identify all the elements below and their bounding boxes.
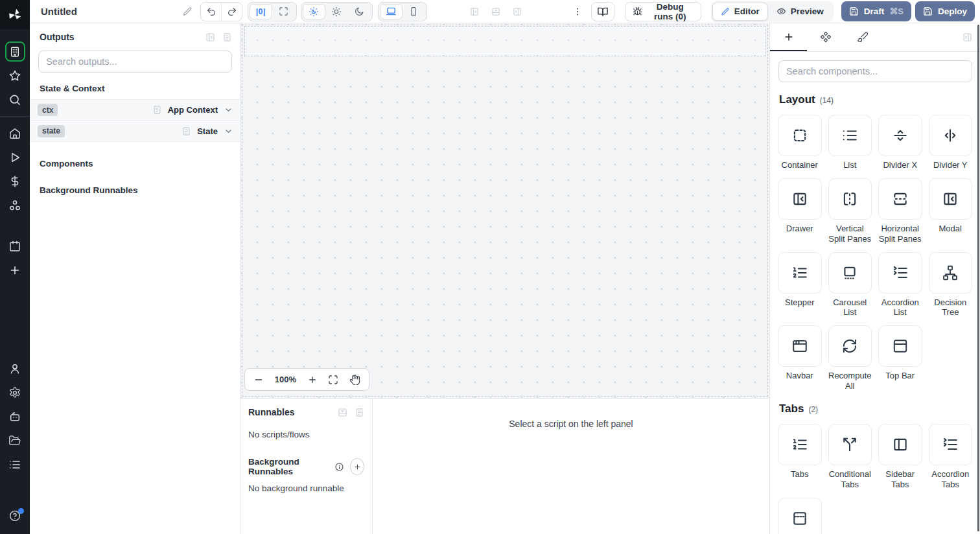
doc-icon	[355, 408, 364, 417]
theme-dark-button[interactable]	[348, 4, 371, 19]
desktop-view-button[interactable]	[380, 4, 402, 19]
component-card-sidebar-tabs[interactable]	[878, 424, 922, 465]
toggle-right-panel-button[interactable]	[513, 7, 522, 16]
tab-insert-component[interactable]	[770, 23, 807, 51]
deploy-button[interactable]: Deploy	[915, 1, 975, 21]
collapse-runnables-button[interactable]	[338, 408, 347, 417]
component-card-horizontal-split-panes[interactable]	[878, 178, 922, 220]
sidebar-item-apps[interactable]	[0, 40, 30, 64]
runs-icon	[8, 151, 21, 164]
fit-view-button[interactable]	[328, 375, 338, 385]
settings-icon	[8, 386, 21, 399]
zoom-out-button[interactable]	[253, 375, 264, 385]
deploy-label: Deploy	[938, 6, 967, 16]
output-row-ctx[interactable]: ctxApp Context	[30, 99, 240, 121]
expand-canvas-button[interactable]	[272, 4, 295, 19]
sidebar-item-workspace-folder[interactable]	[0, 428, 30, 452]
moon-icon	[354, 6, 364, 17]
component-card-invisible-tabs-icon[interactable]	[778, 498, 822, 534]
debug-runs-button[interactable]: Debug runs (0)	[625, 2, 701, 21]
add-icon	[8, 264, 21, 277]
component-card-divider-x[interactable]	[878, 115, 922, 156]
component-label: Accordion List	[878, 297, 922, 318]
undo-button[interactable]	[201, 3, 221, 21]
toggle-left-panel-button[interactable]	[470, 7, 479, 16]
collapse-components-panel-button[interactable]	[962, 32, 972, 42]
sidebar-item-search[interactable]	[0, 87, 30, 111]
component-cell-conditional-tabs: Conditional Tabs	[828, 424, 872, 490]
editor-tab[interactable]: Editor	[712, 3, 768, 21]
docs-button[interactable]	[591, 2, 614, 21]
sidebar-item-resources[interactable]	[0, 193, 30, 217]
more-options-menu[interactable]	[572, 6, 583, 17]
rename-app-button[interactable]	[182, 6, 192, 17]
laptop-icon	[386, 6, 397, 17]
plus-icon	[307, 375, 318, 385]
zoom-fit-button[interactable]: |0|	[250, 4, 272, 19]
component-card-top-bar[interactable]	[878, 325, 922, 367]
sidebar-item-help[interactable]	[0, 504, 30, 528]
output-row-state[interactable]: stateState	[30, 121, 240, 142]
sidebar-item-runs[interactable]	[0, 145, 30, 169]
component-card-container[interactable]	[778, 115, 822, 156]
save-icon	[849, 6, 859, 16]
search-components-input[interactable]	[778, 60, 972, 82]
sidebar-item-variables[interactable]	[0, 169, 30, 193]
component-card-tabs[interactable]	[778, 424, 822, 465]
chevron-down-icon[interactable]	[224, 126, 233, 136]
runnables-doc-button[interactable]	[355, 408, 364, 417]
component-card-stepper[interactable]	[778, 252, 822, 294]
book-icon	[597, 6, 609, 17]
component-card-accordion-list[interactable]	[878, 252, 922, 294]
pan-tool-button[interactable]	[349, 374, 360, 385]
theme-auto-button[interactable]	[303, 4, 325, 19]
minus-icon	[253, 375, 264, 385]
app-canvas[interactable]: 100%	[240, 23, 769, 398]
redo-button[interactable]	[221, 3, 241, 21]
component-label: Conditional Tabs	[828, 469, 872, 490]
chevron-down-icon[interactable]	[224, 105, 233, 115]
pencil-icon	[182, 6, 192, 17]
toggle-bottom-panel-button[interactable]	[491, 7, 500, 16]
sidebar-item-schedules[interactable]	[0, 234, 30, 258]
audit-logs-icon	[8, 458, 21, 471]
search-outputs-input[interactable]	[38, 51, 232, 73]
right-panel-scrollbar[interactable]	[977, 25, 979, 531]
sidebar-item-ai-assistant[interactable]	[0, 404, 30, 428]
component-card-list[interactable]	[828, 115, 872, 156]
component-cell-tabs: Tabs	[778, 424, 822, 490]
component-card-carousel-list[interactable]	[828, 252, 872, 294]
zoom-in-button[interactable]	[307, 375, 318, 385]
tab-styling[interactable]	[844, 23, 881, 51]
component-label: Modal	[939, 224, 962, 234]
sidebar-item-add[interactable]	[0, 258, 30, 282]
empty-grid-drop-zone[interactable]	[244, 26, 765, 56]
component-card-vertical-split-panes[interactable]	[828, 178, 872, 220]
component-cell-divider-y: Divider Y	[929, 115, 973, 170]
component-card-decision-tree[interactable]	[929, 252, 973, 294]
component-card-conditional-tabs[interactable]	[828, 424, 872, 465]
component-card-modal[interactable]	[929, 178, 973, 220]
preview-tab[interactable]: Preview	[768, 3, 832, 21]
sidebar-item-user[interactable]	[0, 356, 30, 380]
windmill-logo[interactable]	[0, 0, 30, 29]
component-card-drawer[interactable]	[778, 178, 822, 220]
container-icon	[791, 127, 808, 144]
sidebar-item-home[interactable]	[0, 121, 30, 145]
save-draft-button[interactable]: Draft ⌘S	[841, 1, 911, 21]
sidebar-item-settings[interactable]	[0, 380, 30, 404]
search-icon	[8, 93, 21, 106]
component-card-accordion-tabs[interactable]	[929, 424, 973, 465]
component-card-recompute-all[interactable]	[828, 325, 872, 367]
collapse-outputs-button[interactable]	[205, 32, 215, 42]
component-card-divider-y[interactable]	[929, 115, 973, 156]
component-card-navbar[interactable]	[778, 325, 822, 367]
tab-settings-component[interactable]	[807, 23, 844, 51]
resources-icon	[8, 199, 21, 212]
mobile-view-button[interactable]	[402, 4, 425, 19]
sidebar-item-audit-logs[interactable]	[0, 452, 30, 476]
theme-light-button[interactable]	[325, 4, 348, 19]
add-background-runnable-button[interactable]	[350, 458, 364, 475]
outputs-doc-button[interactable]	[222, 32, 232, 42]
sidebar-item-favorites[interactable]	[0, 64, 30, 87]
